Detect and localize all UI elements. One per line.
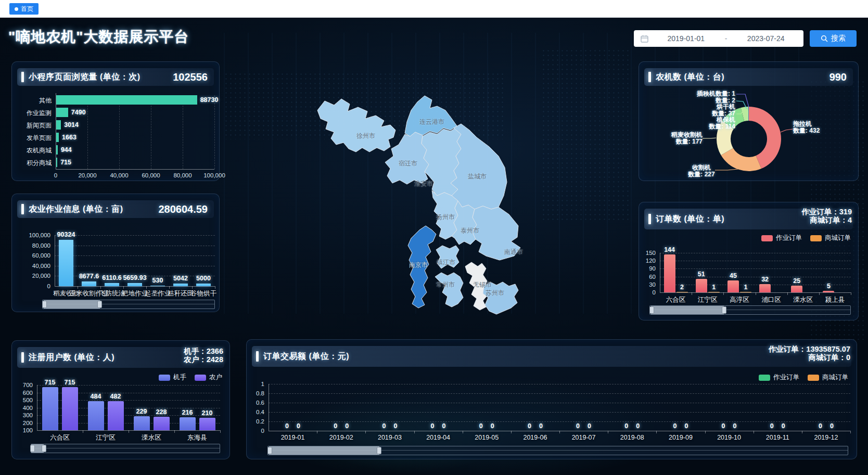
x-axis-tick-mark bbox=[756, 292, 756, 295]
map-city-label[interactable]: 苏州市 bbox=[486, 289, 504, 298]
agri-data-zoom-slider[interactable] bbox=[42, 300, 215, 309]
bar[interactable] bbox=[196, 284, 211, 286]
bar-segment[interactable] bbox=[108, 401, 124, 430]
y-axis-tick: 700 bbox=[12, 382, 33, 388]
bar[interactable] bbox=[56, 95, 197, 105]
views-bar-chart: 020,00040,00060,00080,000100,000其他88730作… bbox=[12, 62, 219, 181]
map-city-label[interactable]: 连云港市 bbox=[419, 118, 444, 126]
bar[interactable] bbox=[150, 286, 165, 286]
map-region-lianyungang[interactable] bbox=[405, 96, 457, 136]
map-region-xuzhou[interactable] bbox=[317, 99, 395, 152]
y-axis-tick: 40,000 bbox=[12, 263, 50, 269]
slider-left-handle[interactable] bbox=[42, 301, 47, 308]
bar[interactable] bbox=[105, 283, 119, 286]
slider-left-handle[interactable] bbox=[30, 445, 35, 452]
map-city-label[interactable]: 南通市 bbox=[504, 248, 523, 256]
map-city-label[interactable]: 宿迁市 bbox=[399, 159, 417, 168]
bar-segment[interactable] bbox=[62, 387, 78, 430]
slider-left-handle[interactable] bbox=[649, 306, 654, 314]
bar[interactable] bbox=[127, 283, 142, 286]
bar[interactable] bbox=[56, 108, 68, 117]
bar-segment[interactable] bbox=[180, 417, 196, 430]
x-axis-tick-mark bbox=[169, 286, 170, 289]
bar-segment[interactable] bbox=[740, 292, 751, 292]
bar[interactable] bbox=[56, 145, 58, 155]
grid-line bbox=[660, 285, 851, 285]
slider-right-handle[interactable] bbox=[722, 306, 726, 314]
bar-segment[interactable] bbox=[759, 284, 771, 292]
grid-line bbox=[269, 412, 850, 413]
bar-segment[interactable] bbox=[676, 292, 688, 292]
y-axis-line bbox=[37, 385, 37, 430]
home-tab[interactable]: 首页 bbox=[9, 3, 39, 15]
bar-value-label: 5042 bbox=[173, 275, 188, 282]
y-axis-tick: 80,000 bbox=[12, 242, 50, 249]
bar-category-label: 2019-06 bbox=[523, 434, 547, 441]
slider-selection[interactable] bbox=[44, 300, 100, 309]
bar-segment[interactable] bbox=[42, 387, 58, 430]
bar-segment[interactable] bbox=[199, 418, 215, 430]
bar-category-label: 新闻页面 bbox=[12, 121, 52, 130]
search-button-label: 搜索 bbox=[831, 34, 846, 43]
orders-data-zoom-slider[interactable] bbox=[649, 305, 851, 315]
y-axis-tick: 60,000 bbox=[12, 252, 50, 259]
bar-category-label: 高淳区 bbox=[730, 296, 749, 304]
bar-segment[interactable] bbox=[154, 417, 170, 430]
bar-segment[interactable] bbox=[696, 279, 707, 292]
start-date-input[interactable]: 2019-01-01 bbox=[648, 34, 724, 43]
slider-selection[interactable] bbox=[651, 306, 724, 314]
map-city-label[interactable]: 泰州市 bbox=[461, 226, 479, 235]
bar-segment[interactable] bbox=[88, 401, 104, 430]
bar[interactable] bbox=[56, 120, 61, 130]
users-data-zoom-slider[interactable] bbox=[31, 444, 220, 453]
home-dot-icon bbox=[15, 7, 18, 11]
bar-segment[interactable] bbox=[727, 280, 739, 292]
slider-right-handle[interactable] bbox=[377, 447, 381, 454]
bar-segment[interactable] bbox=[664, 254, 675, 292]
bar-segment[interactable] bbox=[708, 292, 720, 292]
amount-data-zoom-slider[interactable] bbox=[267, 446, 848, 455]
donut-leader-line bbox=[781, 129, 793, 132]
map-city-label[interactable]: 盐城市 bbox=[468, 172, 487, 181]
bar-category-label: 2019-04 bbox=[426, 434, 450, 441]
y-axis-tick: 100,000 bbox=[12, 232, 50, 238]
y-axis-tick: 500 bbox=[12, 397, 33, 403]
map-city-label[interactable]: 徐州市 bbox=[356, 132, 375, 140]
bar-value-label: 0 bbox=[624, 422, 628, 430]
bar[interactable] bbox=[59, 240, 73, 286]
search-button[interactable]: 搜索 bbox=[810, 30, 857, 47]
bar-value-label: 7490 bbox=[71, 109, 86, 116]
map-city-label[interactable]: 淮安市 bbox=[414, 179, 433, 188]
bar-category-label: 东海县 bbox=[187, 433, 207, 442]
grid-line bbox=[660, 277, 851, 277]
grid-line bbox=[55, 255, 215, 256]
end-date-input[interactable]: 2023-07-24 bbox=[728, 34, 803, 43]
x-axis-tick-mark bbox=[129, 430, 129, 433]
y-axis-tick: 0.6 bbox=[247, 400, 264, 406]
home-tab-label: 首页 bbox=[21, 5, 33, 14]
map-city-label[interactable]: 无锡市 bbox=[473, 280, 492, 289]
date-range-picker[interactable]: 2019-01-01 - 2023-07-24 bbox=[634, 30, 803, 47]
bar-segment[interactable] bbox=[823, 291, 834, 292]
bar-value-label: 482 bbox=[110, 393, 121, 400]
map-region-changzhou[interactable] bbox=[435, 273, 463, 307]
slider-right-handle[interactable] bbox=[42, 445, 46, 452]
bar-segment[interactable] bbox=[134, 416, 150, 430]
slider-left-handle[interactable] bbox=[267, 447, 272, 454]
bar[interactable] bbox=[82, 281, 96, 286]
slider-selection[interactable] bbox=[269, 446, 379, 455]
bar[interactable] bbox=[173, 284, 188, 286]
bar-value-label: 0 bbox=[733, 422, 737, 430]
bar-category-label: 2019-10 bbox=[717, 434, 741, 441]
bar[interactable] bbox=[56, 158, 57, 167]
bar-value-label: 25 bbox=[793, 277, 800, 285]
bar[interactable] bbox=[56, 133, 59, 142]
bar-category-label: 颍上县 bbox=[825, 296, 845, 304]
map-city-label[interactable]: 南京市 bbox=[409, 261, 428, 269]
map-city-label[interactable]: 常州市 bbox=[436, 280, 455, 289]
map-city-label[interactable]: 镇江市 bbox=[437, 258, 455, 267]
bar-category-label: 2019-05 bbox=[475, 434, 499, 441]
slider-right-handle[interactable] bbox=[97, 301, 102, 308]
bar-segment[interactable] bbox=[791, 286, 802, 292]
map-city-label[interactable]: 扬州市 bbox=[436, 213, 455, 222]
